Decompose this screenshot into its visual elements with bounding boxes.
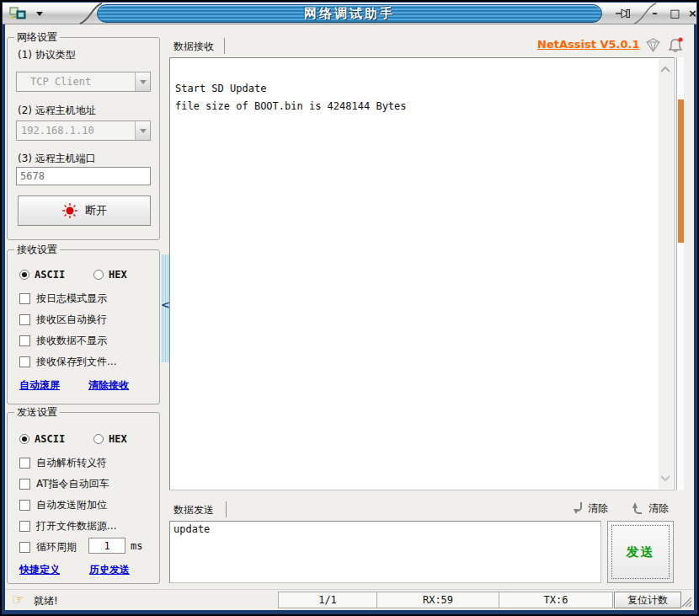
disconnect-button-label: 断开 xyxy=(85,203,107,218)
pin-button[interactable] xyxy=(614,6,634,21)
send-button-label: 发送 xyxy=(627,544,655,560)
recv-hex-label: HEX xyxy=(109,269,127,281)
network-settings-title: 网络设置 xyxy=(14,30,60,45)
parse-escape-checkbox[interactable]: 自动解析转义符 xyxy=(19,456,107,470)
radio-unselected-icon xyxy=(93,270,104,280)
history-send-link[interactable]: 历史发送 xyxy=(89,563,130,577)
connection-status-icon xyxy=(61,202,78,219)
clear-send-button[interactable]: 清除 xyxy=(630,501,669,516)
reset-count-button[interactable]: 复位计数 xyxy=(614,592,681,608)
rx-counter: RX:59 xyxy=(376,592,499,608)
protocol-dropdown-button[interactable] xyxy=(135,72,150,91)
scroll-down-icon[interactable] xyxy=(659,475,671,482)
page-indicator: 1/1 xyxy=(278,592,377,608)
tab-divider xyxy=(226,501,227,517)
title-pill: 网络调试助手 xyxy=(97,4,602,23)
network-settings-group: 网络设置 (1) 协议类型 TCP Client (2) 远程主机地址 192.… xyxy=(7,37,160,240)
clear-receive-button[interactable]: 清除 xyxy=(569,501,608,516)
save-to-file-checkbox[interactable]: 接收保存到文件... xyxy=(19,355,116,369)
resize-grip[interactable] xyxy=(679,594,692,608)
radio-selected-icon xyxy=(19,434,29,444)
remote-port-label: (3) 远程主机端口 xyxy=(18,152,96,166)
chevron-down-icon xyxy=(140,129,147,137)
receive-settings-group: 接收设置 ASCII HEX 按日志模式显示 接收区自动换行 接收数据不显示 接… xyxy=(7,249,160,404)
checkbox-icon xyxy=(19,479,30,490)
scroll-up-icon[interactable] xyxy=(659,66,671,72)
status-bar: ☞ 就绪! 1/1 RX:59 TX:6 复位计数 xyxy=(5,589,694,610)
checkbox-icon xyxy=(19,500,30,511)
radio-unselected-icon xyxy=(93,434,104,444)
tx-counter: TX:6 xyxy=(499,592,613,608)
minimize-button[interactable]: – xyxy=(647,6,663,21)
app-network-icon[interactable] xyxy=(8,5,29,22)
protocol-type-select[interactable]: TCP Client xyxy=(16,72,151,92)
quick-define-link[interactable]: 快捷定义 xyxy=(19,563,60,577)
netassist-window: 网络调试助手 – □ × 网络设置 (1) 协议类型 TCP Client (2… xyxy=(0,0,699,616)
file-source-checkbox[interactable]: 打开文件数据源... xyxy=(19,519,116,533)
remote-host-label: (2) 远程主机地址 xyxy=(18,104,96,118)
send-button[interactable]: 发送 xyxy=(607,521,674,583)
close-button[interactable]: × xyxy=(685,6,699,21)
protocol-type-label: (1) 协议类型 xyxy=(18,48,76,62)
edge-scrollbar-track[interactable] xyxy=(676,57,684,490)
tab-data-send[interactable]: 数据发送 xyxy=(173,503,214,517)
checkbox-icon xyxy=(19,356,30,367)
version-link[interactable]: NetAssist V5.0.1 xyxy=(537,38,639,51)
recv-hex-radio[interactable]: HEX xyxy=(93,269,127,281)
radio-selected-icon xyxy=(19,270,29,280)
receive-scrollbar[interactable] xyxy=(659,59,673,489)
auto-scroll-link[interactable]: 自动滚屏 xyxy=(19,378,60,393)
send-hex-label: HEX xyxy=(109,433,127,445)
tab-data-receive[interactable]: 数据接收 xyxy=(173,40,214,54)
auto-wrap-checkbox[interactable]: 接收区自动换行 xyxy=(19,313,107,327)
remote-host-value: 192.168.1.10 xyxy=(17,121,135,140)
clear-receive-label: 清除 xyxy=(588,501,608,516)
checkbox-icon xyxy=(19,314,30,325)
cycle-unit-label: ms xyxy=(131,540,142,552)
clear-receive-link[interactable]: 清除接收 xyxy=(88,378,129,393)
send-ascii-radio[interactable]: ASCII xyxy=(19,433,65,445)
cycle-period-input[interactable] xyxy=(88,538,125,554)
auto-send-bits-checkbox[interactable]: 自动发送附加位 xyxy=(19,498,107,512)
status-ready-text: 就绪! xyxy=(34,594,58,608)
log-mode-checkbox[interactable]: 按日志模式显示 xyxy=(19,292,107,306)
collapse-left-icon: < xyxy=(161,298,169,311)
receive-content: Start SD Update file size of BOOT.bin is… xyxy=(175,80,655,115)
clear-send-label: 清除 xyxy=(648,501,669,516)
pointing-hand-icon: ☞ xyxy=(12,591,24,608)
at-cmd-checkbox[interactable]: AT指令自动回车 xyxy=(19,477,109,491)
window-title: 网络调试助手 xyxy=(304,6,395,22)
checkbox-icon xyxy=(19,458,30,469)
remote-port-input[interactable] xyxy=(16,167,151,185)
panel-splitter[interactable]: < xyxy=(161,254,169,362)
checkbox-icon xyxy=(19,542,30,553)
checkbox-icon xyxy=(19,521,30,532)
disconnect-button[interactable]: 断开 xyxy=(18,196,151,226)
edge-scrollbar-thumb[interactable] xyxy=(678,99,684,243)
checkbox-icon xyxy=(19,335,30,346)
tab-divider xyxy=(224,38,225,54)
hide-recv-data-checkbox[interactable]: 接收数据不显示 xyxy=(19,334,107,348)
title-bar[interactable]: 网络调试助手 – □ × xyxy=(3,3,696,24)
send-ascii-label: ASCII xyxy=(35,433,65,445)
checkbox-icon xyxy=(19,293,30,304)
send-button-focus-ring: 发送 xyxy=(611,525,670,579)
receive-settings-title: 接收设置 xyxy=(14,243,60,257)
send-settings-group: 发送设置 ASCII HEX 自动解析转义符 AT指令自动回车 自动发送附加位 … xyxy=(7,412,160,584)
chevron-down-icon xyxy=(140,80,147,88)
remote-host-select[interactable]: 192.168.1.10 xyxy=(16,121,151,141)
arrow-down-elbow-icon xyxy=(569,501,584,516)
protocol-type-value: TCP Client xyxy=(17,72,135,91)
notification-bell-icon[interactable] xyxy=(667,36,685,54)
recv-ascii-label: ASCII xyxy=(35,269,65,281)
diamond-icon[interactable] xyxy=(643,36,663,54)
host-dropdown-button[interactable] xyxy=(135,121,150,140)
maximize-button[interactable]: □ xyxy=(667,6,683,21)
recv-ascii-radio[interactable]: ASCII xyxy=(19,269,65,281)
app-menu-caret-icon[interactable] xyxy=(36,12,43,19)
cycle-period-checkbox[interactable]: 循环周期 xyxy=(19,540,77,554)
send-settings-title: 发送设置 xyxy=(14,405,60,420)
data-receive-display[interactable]: Start SD Update file size of BOOT.bin is… xyxy=(169,57,675,490)
send-data-input[interactable]: update xyxy=(169,521,601,583)
send-hex-radio[interactable]: HEX xyxy=(93,433,127,445)
